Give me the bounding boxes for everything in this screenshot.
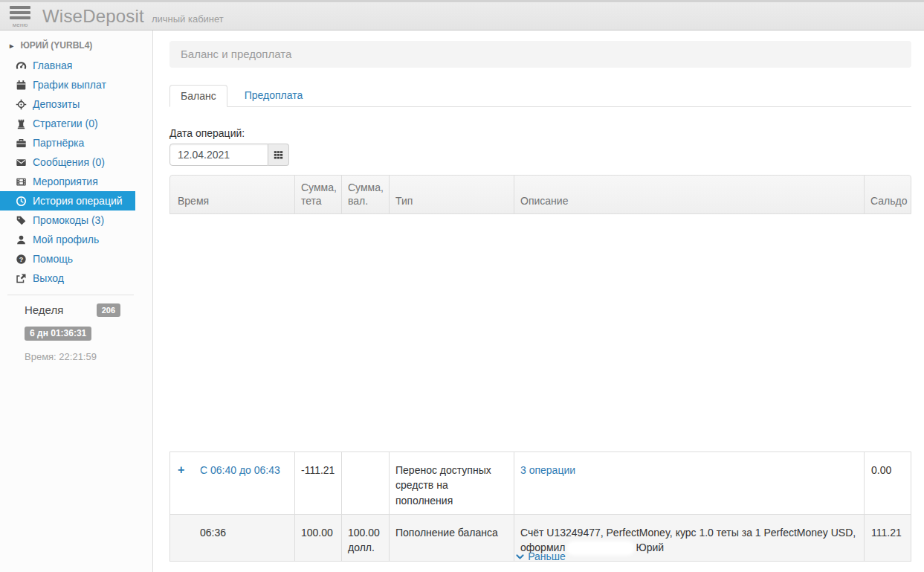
user-icon (16, 234, 28, 245)
column-header-5: Описание (514, 176, 864, 213)
divider (7, 295, 134, 295)
date-input[interactable] (169, 144, 268, 166)
date-filter (169, 144, 289, 166)
table-header: ВремяСумма, тетаСумма, вал.ТипОписаниеСа… (169, 175, 911, 214)
sidebar-item-payout-schedule[interactable]: График выплат (0, 75, 135, 94)
time-range-link[interactable]: С 06:40 до 06:43 (200, 464, 280, 476)
week-label: Неделя (25, 303, 63, 316)
week-panel: Неделя 206 6 дн 01:36:31 Время: 22:21:59 (0, 295, 153, 362)
briefcase-icon (16, 138, 28, 149)
load-more-label: Раньше (528, 550, 566, 562)
column-header-4: Тип (389, 176, 514, 213)
sidebar-item-profile[interactable]: Мой профиль (0, 230, 135, 249)
tab-balance[interactable]: Баланс (169, 85, 227, 107)
film-icon (16, 176, 28, 187)
week-count-badge: 206 (97, 303, 120, 317)
load-more: Раньше (169, 550, 911, 564)
caret-right-icon: ▸ (10, 42, 13, 50)
tab-prepayment[interactable]: Предоплата (245, 85, 303, 106)
main-content: Баланс и предоплата Баланс Предоплата Да… (154, 30, 924, 572)
sidebar-item-strategies[interactable]: Стратегии (0) (0, 114, 135, 133)
question-icon: ? (16, 254, 28, 265)
sidebar-menu: Главная График выплат Депозиты Стратегии… (0, 56, 152, 288)
operations-link[interactable]: 3 операции (520, 464, 575, 476)
sidebar-user-label: ЮРИЙ (YURBL4) (20, 40, 92, 51)
logout-icon (16, 273, 28, 284)
column-header-2: Сумма, тета (294, 176, 341, 213)
column-header-1: Время (170, 176, 294, 213)
table-row: + С 06:40 до 06:43 -111.21 Перенос досту… (170, 452, 911, 514)
cell-type: Перенос доступных средств на пополнения (389, 452, 514, 514)
sidebar-item-events[interactable]: Мероприятия (0, 172, 135, 191)
crosshair-icon (16, 99, 28, 110)
sidebar-item-partner[interactable]: Партнёрка (0, 133, 135, 152)
sidebar-item-messages[interactable]: Сообщения (0) (0, 152, 135, 172)
cell-time: + С 06:40 до 06:43 (170, 452, 294, 514)
cell-amount-theta: -111.21 (294, 452, 341, 514)
sidebar-item-logout[interactable]: Выход (0, 269, 135, 288)
brand: WiseDeposit личный кабинет (42, 2, 224, 30)
page-title: Баланс и предоплата (169, 41, 911, 68)
current-time: Время: 22:21:59 (25, 351, 153, 362)
cell-amount-currency (341, 452, 389, 514)
tabs-bar: Баланс Предоплата (169, 85, 911, 107)
menu-label: меню (10, 22, 30, 28)
load-more-link[interactable]: Раньше (515, 550, 566, 562)
date-filter-label: Дата операций: (169, 127, 245, 139)
sidebar: ▸ ЮРИЙ (YURBL4) Главная График выплат Де… (0, 30, 153, 572)
sidebar-item-history[interactable]: История операций (0, 191, 135, 211)
cell-saldo: 0.00 (864, 452, 911, 514)
brand-subtitle: личный кабинет (152, 13, 224, 25)
chevron-down-icon (515, 552, 525, 562)
svg-text:?: ? (19, 255, 23, 263)
sidebar-item-help[interactable]: ? Помощь (0, 249, 135, 269)
sidebar-item-promocodes[interactable]: Промокоды (3) (0, 211, 135, 230)
expand-plus-icon[interactable]: + (178, 461, 184, 478)
menu-button[interactable]: меню (10, 6, 30, 28)
top-header: меню WiseDeposit личный кабинет (0, 0, 924, 30)
brand-logo[interactable]: WiseDeposit (42, 6, 144, 27)
grid-calendar-icon (274, 150, 283, 160)
week-timer-badge: 6 дн 01:36:31 (25, 327, 91, 341)
envelope-icon (16, 157, 28, 168)
table-body: + С 06:40 до 06:43 -111.21 Перенос досту… (169, 452, 911, 562)
column-header-6: Сальдо (864, 176, 911, 213)
column-header-3: Сумма, вал. (341, 176, 389, 213)
clock-icon (16, 196, 28, 207)
cell-description: 3 операции (514, 452, 864, 514)
sidebar-user[interactable]: ▸ ЮРИЙ (YURBL4) (10, 40, 152, 51)
chess-rook-icon (16, 118, 28, 129)
hamburger-icon (10, 6, 30, 9)
sidebar-item-deposits[interactable]: Депозиты (0, 94, 135, 114)
calendar-icon (16, 80, 28, 91)
sidebar-item-home[interactable]: Главная (0, 56, 135, 75)
tachometer-icon (16, 60, 28, 71)
tag-icon (16, 215, 28, 226)
calendar-picker-button[interactable] (268, 144, 289, 166)
